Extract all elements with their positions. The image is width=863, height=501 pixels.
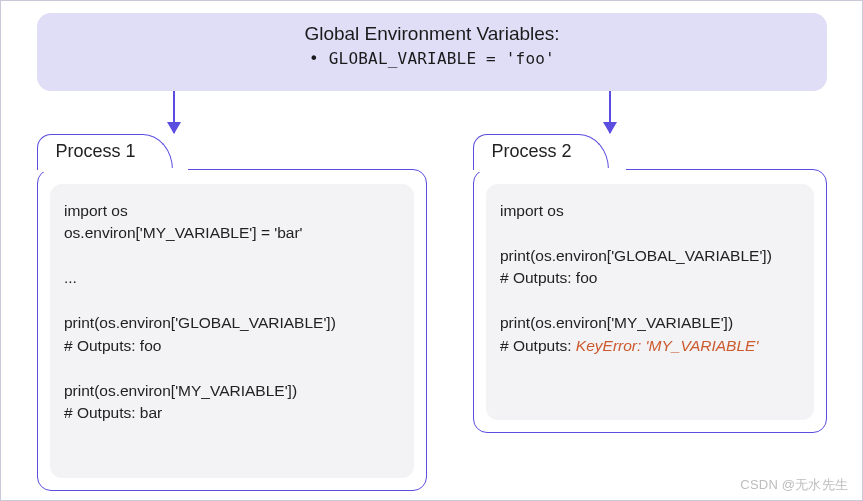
- code-line-prefix: # Outputs:: [500, 337, 576, 354]
- global-env-variable: GLOBAL_VARIABLE = 'foo': [37, 49, 827, 68]
- process-1-label: Process 1: [56, 141, 136, 161]
- process-1-tab: Process 1: [37, 134, 173, 170]
- global-env-title: Global Environment Variables:: [37, 23, 827, 45]
- process-2-box: Process 2 import os print(os.environ['GL…: [473, 169, 827, 433]
- code-line: print(os.environ['MY_VARIABLE']): [500, 314, 733, 331]
- diagram-canvas: Global Environment Variables: GLOBAL_VAR…: [0, 0, 863, 501]
- code-error-text: KeyError: 'MY_VARIABLE': [576, 337, 759, 354]
- global-env-box: Global Environment Variables: GLOBAL_VAR…: [37, 13, 827, 91]
- arrow-to-process-1: [173, 91, 175, 133]
- process-2-tab: Process 2: [473, 134, 609, 170]
- code-line: import os: [500, 202, 564, 219]
- process-1-code: import os os.environ['MY_VARIABLE'] = 'b…: [50, 184, 414, 478]
- process-2-code: import os print(os.environ['GLOBAL_VARIA…: [486, 184, 814, 420]
- code-line: print(os.environ['GLOBAL_VARIABLE']): [500, 247, 772, 264]
- watermark: CSDN @无水先生: [740, 476, 848, 494]
- process-2-label: Process 2: [492, 141, 572, 161]
- arrow-head-icon: [167, 122, 181, 134]
- process-1-box: Process 1 import os os.environ['MY_VARIA…: [37, 169, 427, 491]
- code-line: # Outputs: foo: [500, 269, 597, 286]
- arrow-head-icon: [603, 122, 617, 134]
- arrow-to-process-2: [609, 91, 611, 133]
